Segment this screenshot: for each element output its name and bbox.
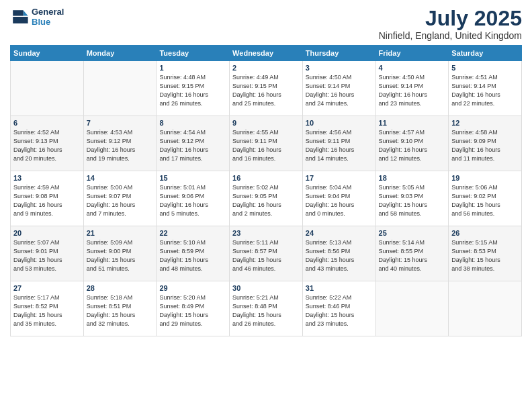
calendar-header: Sunday Monday Tuesday Wednesday Thursday…: [11, 46, 522, 61]
calendar-cell: 13Sunrise: 4:59 AM Sunset: 9:08 PM Dayli…: [11, 171, 84, 226]
day-detail: Sunrise: 5:11 AM Sunset: 8:57 PM Dayligh…: [232, 238, 300, 273]
calendar-cell: 14Sunrise: 5:00 AM Sunset: 9:07 PM Dayli…: [83, 171, 157, 226]
day-detail: Sunrise: 5:02 AM Sunset: 9:05 PM Dayligh…: [232, 183, 300, 218]
calendar-cell: 27Sunrise: 5:17 AM Sunset: 8:52 PM Dayli…: [11, 281, 84, 336]
calendar-cell: 22Sunrise: 5:10 AM Sunset: 8:59 PM Dayli…: [157, 226, 230, 281]
calendar-week-4: 20Sunrise: 5:07 AM Sunset: 9:01 PM Dayli…: [11, 226, 522, 281]
day-number: 20: [13, 229, 81, 237]
day-number: 26: [451, 229, 519, 237]
day-detail: Sunrise: 5:15 AM Sunset: 8:53 PM Dayligh…: [451, 238, 519, 273]
calendar-cell: 5Sunrise: 4:51 AM Sunset: 9:14 PM Daylig…: [449, 61, 522, 116]
calendar-cell: 30Sunrise: 5:21 AM Sunset: 8:48 PM Dayli…: [230, 281, 303, 336]
day-number: 17: [306, 174, 373, 182]
day-number: 28: [87, 284, 154, 292]
day-detail: Sunrise: 5:17 AM Sunset: 8:52 PM Dayligh…: [13, 293, 81, 328]
calendar-cell: 4Sunrise: 4:50 AM Sunset: 9:14 PM Daylig…: [375, 61, 449, 116]
day-detail: Sunrise: 5:10 AM Sunset: 8:59 PM Dayligh…: [159, 238, 226, 273]
calendar-week-3: 13Sunrise: 4:59 AM Sunset: 9:08 PM Dayli…: [11, 171, 522, 226]
day-number: 9: [232, 119, 300, 127]
day-detail: Sunrise: 5:22 AM Sunset: 8:46 PM Dayligh…: [306, 293, 373, 328]
calendar-cell: 21Sunrise: 5:09 AM Sunset: 9:00 PM Dayli…: [83, 226, 157, 281]
day-detail: Sunrise: 4:51 AM Sunset: 9:14 PM Dayligh…: [451, 73, 519, 108]
calendar-cell: 28Sunrise: 5:18 AM Sunset: 8:51 PM Dayli…: [83, 281, 157, 336]
day-number: 8: [159, 119, 226, 127]
day-detail: Sunrise: 4:59 AM Sunset: 9:08 PM Dayligh…: [13, 183, 81, 218]
page-header: General Blue July 2025 Ninfield, England…: [10, 7, 522, 41]
calendar-cell: 7Sunrise: 4:53 AM Sunset: 9:12 PM Daylig…: [83, 116, 157, 171]
day-detail: Sunrise: 4:55 AM Sunset: 9:11 PM Dayligh…: [232, 128, 300, 163]
calendar-cell: 29Sunrise: 5:20 AM Sunset: 8:49 PM Dayli…: [157, 281, 230, 336]
day-detail: Sunrise: 4:56 AM Sunset: 9:11 PM Dayligh…: [306, 128, 373, 163]
col-thursday: Thursday: [302, 46, 375, 61]
day-number: 1: [159, 64, 226, 72]
calendar-page: General Blue July 2025 Ninfield, England…: [0, 0, 532, 411]
title-block: July 2025 Ninfield, England, United King…: [379, 7, 522, 41]
day-number: 19: [451, 174, 519, 182]
col-monday: Monday: [83, 46, 157, 61]
calendar-cell: 23Sunrise: 5:11 AM Sunset: 8:57 PM Dayli…: [230, 226, 303, 281]
day-detail: Sunrise: 5:06 AM Sunset: 9:02 PM Dayligh…: [451, 183, 519, 218]
day-number: 18: [379, 174, 446, 182]
header-row: Sunday Monday Tuesday Wednesday Thursday…: [11, 46, 522, 61]
day-number: 29: [159, 284, 226, 292]
day-detail: Sunrise: 5:05 AM Sunset: 9:03 PM Dayligh…: [379, 183, 446, 218]
day-number: 7: [87, 119, 154, 127]
day-number: 4: [379, 64, 446, 72]
svg-rect-1: [13, 10, 23, 15]
logo-icon: [10, 7, 29, 26]
day-detail: Sunrise: 5:21 AM Sunset: 8:48 PM Dayligh…: [232, 293, 300, 328]
day-number: 25: [379, 229, 446, 237]
day-detail: Sunrise: 4:50 AM Sunset: 9:14 PM Dayligh…: [306, 73, 373, 108]
day-detail: Sunrise: 4:48 AM Sunset: 9:15 PM Dayligh…: [159, 73, 226, 108]
day-number: 21: [87, 229, 154, 237]
calendar-week-5: 27Sunrise: 5:17 AM Sunset: 8:52 PM Dayli…: [11, 281, 522, 336]
day-number: 22: [159, 229, 226, 237]
calendar-week-1: 1Sunrise: 4:48 AM Sunset: 9:15 PM Daylig…: [11, 61, 522, 116]
logo: General Blue: [10, 7, 64, 27]
day-detail: Sunrise: 4:52 AM Sunset: 9:13 PM Dayligh…: [13, 128, 81, 163]
calendar-cell: 9Sunrise: 4:55 AM Sunset: 9:11 PM Daylig…: [230, 116, 303, 171]
day-detail: Sunrise: 5:13 AM Sunset: 8:56 PM Dayligh…: [306, 238, 373, 273]
calendar-cell: 12Sunrise: 4:58 AM Sunset: 9:09 PM Dayli…: [449, 116, 522, 171]
calendar-cell: 24Sunrise: 5:13 AM Sunset: 8:56 PM Dayli…: [302, 226, 375, 281]
main-title: July 2025: [379, 7, 522, 30]
day-number: 31: [306, 284, 373, 292]
calendar-cell: 25Sunrise: 5:14 AM Sunset: 8:55 PM Dayli…: [375, 226, 449, 281]
calendar-cell: 20Sunrise: 5:07 AM Sunset: 9:01 PM Dayli…: [11, 226, 84, 281]
day-number: 30: [232, 284, 300, 292]
day-number: 14: [87, 174, 154, 182]
day-number: 23: [232, 229, 300, 237]
day-detail: Sunrise: 5:00 AM Sunset: 9:07 PM Dayligh…: [87, 183, 154, 218]
calendar-cell: [449, 281, 522, 336]
calendar-cell: 19Sunrise: 5:06 AM Sunset: 9:02 PM Dayli…: [449, 171, 522, 226]
calendar-cell: 2Sunrise: 4:49 AM Sunset: 9:15 PM Daylig…: [230, 61, 303, 116]
col-sunday: Sunday: [11, 46, 84, 61]
day-detail: Sunrise: 4:53 AM Sunset: 9:12 PM Dayligh…: [87, 128, 154, 163]
day-number: 2: [232, 64, 300, 72]
day-number: 3: [306, 64, 373, 72]
day-number: 24: [306, 229, 373, 237]
calendar-cell: [11, 61, 84, 116]
day-detail: Sunrise: 5:04 AM Sunset: 9:04 PM Dayligh…: [306, 183, 373, 218]
calendar-cell: [375, 281, 449, 336]
calendar-cell: 26Sunrise: 5:15 AM Sunset: 8:53 PM Dayli…: [449, 226, 522, 281]
svg-rect-2: [13, 17, 28, 24]
calendar-cell: 18Sunrise: 5:05 AM Sunset: 9:03 PM Dayli…: [375, 171, 449, 226]
day-detail: Sunrise: 5:18 AM Sunset: 8:51 PM Dayligh…: [87, 293, 154, 328]
calendar-table: Sunday Monday Tuesday Wednesday Thursday…: [10, 45, 522, 336]
day-detail: Sunrise: 5:09 AM Sunset: 9:00 PM Dayligh…: [87, 238, 154, 273]
calendar-week-2: 6Sunrise: 4:52 AM Sunset: 9:13 PM Daylig…: [11, 116, 522, 171]
calendar-cell: 1Sunrise: 4:48 AM Sunset: 9:15 PM Daylig…: [157, 61, 230, 116]
day-detail: Sunrise: 5:07 AM Sunset: 9:01 PM Dayligh…: [13, 238, 81, 273]
calendar-cell: 8Sunrise: 4:54 AM Sunset: 9:12 PM Daylig…: [157, 116, 230, 171]
col-tuesday: Tuesday: [157, 46, 230, 61]
calendar-cell: 16Sunrise: 5:02 AM Sunset: 9:05 PM Dayli…: [230, 171, 303, 226]
subtitle: Ninfield, England, United Kingdom: [379, 30, 522, 41]
calendar-cell: 11Sunrise: 4:57 AM Sunset: 9:10 PM Dayli…: [375, 116, 449, 171]
col-saturday: Saturday: [449, 46, 522, 61]
day-number: 6: [13, 119, 81, 127]
day-detail: Sunrise: 5:14 AM Sunset: 8:55 PM Dayligh…: [379, 238, 446, 273]
svg-marker-0: [24, 10, 28, 15]
calendar-cell: 17Sunrise: 5:04 AM Sunset: 9:04 PM Dayli…: [302, 171, 375, 226]
day-detail: Sunrise: 5:20 AM Sunset: 8:49 PM Dayligh…: [159, 293, 226, 328]
